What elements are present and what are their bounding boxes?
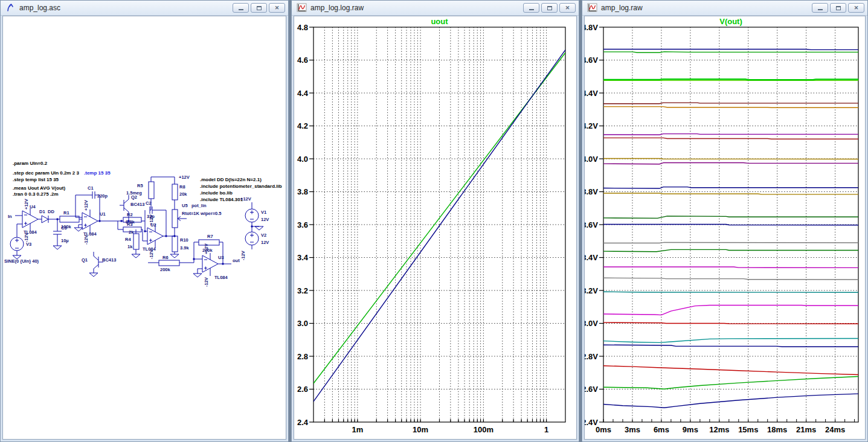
window-title: amp_log.log.raw (310, 4, 523, 12)
schematic-label: BC413 (102, 257, 116, 263)
schematic-label: V1 (261, 210, 266, 215)
y-tick-label: 3.2 (297, 286, 308, 295)
ground-symbols (13, 225, 263, 277)
close-icon: ✕ (275, 5, 280, 11)
schematic-label: 20k (179, 191, 187, 197)
close-button[interactable]: ✕ (559, 3, 576, 13)
schematic-canvas[interactable]: .param UIn=0.2.step dec param UIn 0.2m 2… (2, 16, 286, 440)
schematic-label: +12V (24, 199, 29, 210)
schematic-label: .include potentiometer_standard.lib (200, 184, 282, 189)
y-tick-label: 3.2V (585, 286, 598, 295)
schematic-label: C2 (146, 200, 152, 206)
schematic-label: .param UIn=0.2 (13, 161, 48, 166)
close-button[interactable]: ✕ (269, 3, 285, 13)
diode-d1 (42, 216, 48, 223)
schematic-label: 2k (129, 229, 134, 235)
schematic-label: +12V (149, 214, 154, 225)
resistor-r8 (172, 184, 178, 200)
schematic-label: C3 (61, 225, 67, 231)
schematic-label: +12V (83, 200, 89, 211)
y-tick-label: 4.6V (585, 56, 598, 65)
schematic-label: R2 (127, 212, 133, 217)
close-icon: ✕ (565, 5, 570, 11)
maximize-button[interactable] (541, 3, 558, 13)
titlebar-schematic[interactable]: amp_log.asc ✕ (1, 1, 288, 16)
y-tick-label: 3.4V (585, 253, 598, 262)
y-tick-label: 4.2 (297, 121, 308, 130)
y-tick-label: 3.0V (585, 319, 598, 328)
trace-trace-26 (603, 394, 858, 408)
schematic-label: R6 (162, 255, 169, 260)
y-tick-label: 3.6 (297, 220, 308, 229)
y-tick-label: 4.0V (585, 155, 598, 164)
trace-trace-6 (603, 107, 858, 108)
tran-plot-canvas[interactable]: 4.8V4.6V4.4V4.2V4.0V3.8V3.6V3.4V3.2V3.0V… (584, 16, 866, 440)
chart-title: V(out) (719, 17, 742, 26)
schematic-label: SINE(0 {UIn} 40) (4, 258, 39, 264)
maximize-button[interactable] (830, 3, 846, 13)
maximize-icon (547, 6, 552, 10)
close-icon: ✕ (854, 5, 859, 11)
maximize-button[interactable] (251, 3, 267, 13)
trace-trace-22 (603, 339, 858, 343)
trace-trace-24 (603, 366, 858, 375)
minimize-icon (239, 9, 243, 10)
schematic-label: +12V (179, 175, 190, 180)
resistor-r5 (149, 182, 154, 199)
trace-trace-17 (603, 267, 858, 267)
trace-trace-25 (603, 377, 858, 389)
trace-trace-9 (603, 158, 858, 159)
minimize-button[interactable] (812, 3, 828, 13)
schematic-label: R1 (63, 210, 69, 216)
x-tick-label: 12ms (709, 425, 729, 434)
y-tick-label: 2.6 (297, 385, 308, 394)
trace-trace-12 (603, 193, 858, 194)
x-tick-label: 3ms (625, 425, 640, 434)
trace-trace-14 (603, 224, 858, 225)
x-tick-label: 6ms (654, 425, 669, 434)
minimize-button[interactable] (523, 3, 539, 13)
y-tick-label: 2.8V (585, 352, 598, 361)
schematic-label: Rtot=1K wiper=0.5 (182, 211, 221, 216)
schematic-label: D1 (39, 209, 45, 214)
schematic-label: 1.5meg (126, 190, 142, 196)
trace-trace-2 (603, 52, 858, 53)
trace-trace-5 (603, 103, 858, 104)
schematic-label: Q1 (82, 257, 88, 263)
schematic-label: .include TL084.301 (200, 197, 243, 202)
y-tick-label: 3.0 (297, 319, 308, 328)
schematic-label: -12V (24, 232, 29, 242)
schematic-label: R3 (127, 222, 133, 227)
schematic-label: -12V (149, 249, 154, 259)
minimize-icon (818, 9, 823, 10)
titlebar-tran-plot[interactable]: amp_log.raw ✕ (582, 1, 867, 16)
window-schematic: amp_log.asc ✕ (0, 0, 289, 442)
window-title: amp_log.asc (19, 4, 233, 12)
waveform-icon (297, 3, 307, 13)
y-tick-label: 4.4 (297, 89, 309, 98)
minimize-button[interactable] (233, 3, 249, 13)
trace-trace-20 (603, 306, 858, 315)
schematic-label: U1 (100, 211, 106, 217)
y-tick-label: 2.4 (297, 418, 309, 427)
y-tick-label: 4.6 (297, 56, 308, 65)
log-plot-canvas[interactable]: 4.84.64.44.24.03.83.63.43.23.02.82.62.41… (294, 16, 577, 440)
potentiometer-u5 (172, 210, 178, 228)
titlebar-log-plot[interactable]: amp_log.log.raw ✕ (292, 1, 579, 16)
schematic-label: BC413 (130, 202, 144, 207)
x-tick-label: 1 (544, 425, 548, 434)
maximize-icon (836, 6, 841, 10)
schematic-label: R8 (179, 184, 185, 190)
close-button[interactable]: ✕ (848, 3, 864, 13)
x-tick-label: 0ms (596, 425, 611, 434)
schematic-label: +12V (204, 243, 209, 254)
schematic-label: .tran 0 0.3 0.275 .2m (13, 191, 59, 197)
x-tick-label: 10m (413, 425, 428, 434)
schematic-label: U5 (182, 203, 188, 208)
schematic-label: -12V (83, 235, 89, 245)
y-tick-label: 4.8 (297, 23, 308, 32)
schematic-label: 12V (261, 240, 269, 245)
chart-title: uout (431, 17, 448, 26)
schematic-drawing: .param UIn=0.2.step dec param UIn 0.2m 2… (3, 16, 286, 440)
trace-trace-16 (603, 249, 858, 251)
